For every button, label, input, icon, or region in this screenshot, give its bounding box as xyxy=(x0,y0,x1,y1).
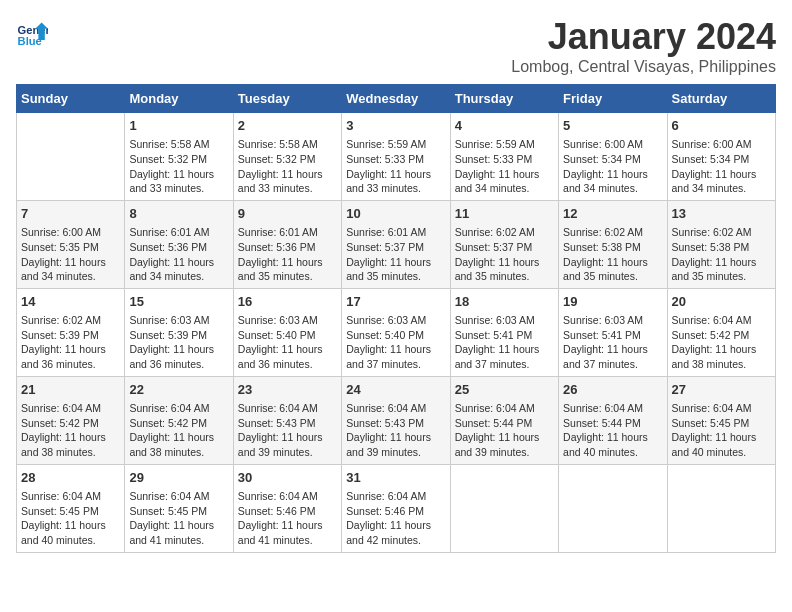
day-number: 18 xyxy=(455,293,554,311)
cell-content: Sunrise: 5:58 AM Sunset: 5:32 PM Dayligh… xyxy=(129,137,228,196)
calendar-title: January 2024 xyxy=(511,16,776,58)
calendar-cell: 30Sunrise: 6:04 AM Sunset: 5:46 PM Dayli… xyxy=(233,464,341,552)
day-number: 22 xyxy=(129,381,228,399)
day-number: 12 xyxy=(563,205,662,223)
title-section: January 2024 Lombog, Central Visayas, Ph… xyxy=(511,16,776,76)
cell-content: Sunrise: 6:04 AM Sunset: 5:42 PM Dayligh… xyxy=(129,401,228,460)
calendar-cell: 20Sunrise: 6:04 AM Sunset: 5:42 PM Dayli… xyxy=(667,288,775,376)
cell-content: Sunrise: 6:02 AM Sunset: 5:39 PM Dayligh… xyxy=(21,313,120,372)
cell-content: Sunrise: 6:03 AM Sunset: 5:39 PM Dayligh… xyxy=(129,313,228,372)
day-number: 27 xyxy=(672,381,771,399)
calendar-cell: 17Sunrise: 6:03 AM Sunset: 5:40 PM Dayli… xyxy=(342,288,450,376)
cell-content: Sunrise: 6:04 AM Sunset: 5:45 PM Dayligh… xyxy=(21,489,120,548)
day-number: 21 xyxy=(21,381,120,399)
col-tuesday: Tuesday xyxy=(233,85,341,113)
svg-text:Blue: Blue xyxy=(18,35,42,47)
calendar-cell: 13Sunrise: 6:02 AM Sunset: 5:38 PM Dayli… xyxy=(667,200,775,288)
cell-content: Sunrise: 5:59 AM Sunset: 5:33 PM Dayligh… xyxy=(455,137,554,196)
calendar-cell: 16Sunrise: 6:03 AM Sunset: 5:40 PM Dayli… xyxy=(233,288,341,376)
cell-content: Sunrise: 6:04 AM Sunset: 5:44 PM Dayligh… xyxy=(455,401,554,460)
cell-content: Sunrise: 6:00 AM Sunset: 5:34 PM Dayligh… xyxy=(672,137,771,196)
cell-content: Sunrise: 5:59 AM Sunset: 5:33 PM Dayligh… xyxy=(346,137,445,196)
cell-content: Sunrise: 6:01 AM Sunset: 5:37 PM Dayligh… xyxy=(346,225,445,284)
day-number: 28 xyxy=(21,469,120,487)
calendar-cell: 19Sunrise: 6:03 AM Sunset: 5:41 PM Dayli… xyxy=(559,288,667,376)
calendar-cell: 25Sunrise: 6:04 AM Sunset: 5:44 PM Dayli… xyxy=(450,376,558,464)
day-number: 5 xyxy=(563,117,662,135)
cell-content: Sunrise: 6:03 AM Sunset: 5:41 PM Dayligh… xyxy=(563,313,662,372)
day-number: 8 xyxy=(129,205,228,223)
day-number: 6 xyxy=(672,117,771,135)
calendar-cell: 23Sunrise: 6:04 AM Sunset: 5:43 PM Dayli… xyxy=(233,376,341,464)
day-number: 14 xyxy=(21,293,120,311)
day-number: 17 xyxy=(346,293,445,311)
day-number: 4 xyxy=(455,117,554,135)
calendar-cell: 3Sunrise: 5:59 AM Sunset: 5:33 PM Daylig… xyxy=(342,113,450,201)
day-number: 1 xyxy=(129,117,228,135)
cell-content: Sunrise: 6:04 AM Sunset: 5:44 PM Dayligh… xyxy=(563,401,662,460)
cell-content: Sunrise: 6:04 AM Sunset: 5:46 PM Dayligh… xyxy=(346,489,445,548)
day-number: 26 xyxy=(563,381,662,399)
calendar-cell: 24Sunrise: 6:04 AM Sunset: 5:43 PM Dayli… xyxy=(342,376,450,464)
col-friday: Friday xyxy=(559,85,667,113)
calendar-cell: 28Sunrise: 6:04 AM Sunset: 5:45 PM Dayli… xyxy=(17,464,125,552)
cell-content: Sunrise: 6:03 AM Sunset: 5:41 PM Dayligh… xyxy=(455,313,554,372)
col-thursday: Thursday xyxy=(450,85,558,113)
calendar-cell: 26Sunrise: 6:04 AM Sunset: 5:44 PM Dayli… xyxy=(559,376,667,464)
calendar-cell: 7Sunrise: 6:00 AM Sunset: 5:35 PM Daylig… xyxy=(17,200,125,288)
col-sunday: Sunday xyxy=(17,85,125,113)
day-number: 9 xyxy=(238,205,337,223)
calendar-subtitle: Lombog, Central Visayas, Philippines xyxy=(511,58,776,76)
logo: General Blue xyxy=(16,16,48,48)
cell-content: Sunrise: 6:00 AM Sunset: 5:34 PM Dayligh… xyxy=(563,137,662,196)
cell-content: Sunrise: 6:04 AM Sunset: 5:42 PM Dayligh… xyxy=(672,313,771,372)
col-monday: Monday xyxy=(125,85,233,113)
header-row: Sunday Monday Tuesday Wednesday Thursday… xyxy=(17,85,776,113)
cell-content: Sunrise: 6:00 AM Sunset: 5:35 PM Dayligh… xyxy=(21,225,120,284)
day-number: 13 xyxy=(672,205,771,223)
calendar-week-5: 28Sunrise: 6:04 AM Sunset: 5:45 PM Dayli… xyxy=(17,464,776,552)
calendar-cell: 10Sunrise: 6:01 AM Sunset: 5:37 PM Dayli… xyxy=(342,200,450,288)
cell-content: Sunrise: 6:01 AM Sunset: 5:36 PM Dayligh… xyxy=(129,225,228,284)
cell-content: Sunrise: 6:04 AM Sunset: 5:46 PM Dayligh… xyxy=(238,489,337,548)
day-number: 2 xyxy=(238,117,337,135)
calendar-cell: 11Sunrise: 6:02 AM Sunset: 5:37 PM Dayli… xyxy=(450,200,558,288)
calendar-table: Sunday Monday Tuesday Wednesday Thursday… xyxy=(16,84,776,553)
calendar-cell: 27Sunrise: 6:04 AM Sunset: 5:45 PM Dayli… xyxy=(667,376,775,464)
day-number: 7 xyxy=(21,205,120,223)
day-number: 25 xyxy=(455,381,554,399)
calendar-cell: 4Sunrise: 5:59 AM Sunset: 5:33 PM Daylig… xyxy=(450,113,558,201)
calendar-week-2: 7Sunrise: 6:00 AM Sunset: 5:35 PM Daylig… xyxy=(17,200,776,288)
calendar-week-3: 14Sunrise: 6:02 AM Sunset: 5:39 PM Dayli… xyxy=(17,288,776,376)
cell-content: Sunrise: 6:02 AM Sunset: 5:38 PM Dayligh… xyxy=(672,225,771,284)
day-number: 31 xyxy=(346,469,445,487)
calendar-cell: 1Sunrise: 5:58 AM Sunset: 5:32 PM Daylig… xyxy=(125,113,233,201)
calendar-week-1: 1Sunrise: 5:58 AM Sunset: 5:32 PM Daylig… xyxy=(17,113,776,201)
calendar-cell: 9Sunrise: 6:01 AM Sunset: 5:36 PM Daylig… xyxy=(233,200,341,288)
cell-content: Sunrise: 6:03 AM Sunset: 5:40 PM Dayligh… xyxy=(346,313,445,372)
calendar-cell: 18Sunrise: 6:03 AM Sunset: 5:41 PM Dayli… xyxy=(450,288,558,376)
calendar-cell: 5Sunrise: 6:00 AM Sunset: 5:34 PM Daylig… xyxy=(559,113,667,201)
header: General Blue January 2024 Lombog, Centra… xyxy=(16,16,776,76)
cell-content: Sunrise: 5:58 AM Sunset: 5:32 PM Dayligh… xyxy=(238,137,337,196)
day-number: 3 xyxy=(346,117,445,135)
calendar-cell: 12Sunrise: 6:02 AM Sunset: 5:38 PM Dayli… xyxy=(559,200,667,288)
calendar-cell: 14Sunrise: 6:02 AM Sunset: 5:39 PM Dayli… xyxy=(17,288,125,376)
calendar-cell xyxy=(559,464,667,552)
calendar-cell xyxy=(667,464,775,552)
cell-content: Sunrise: 6:02 AM Sunset: 5:37 PM Dayligh… xyxy=(455,225,554,284)
day-number: 29 xyxy=(129,469,228,487)
col-saturday: Saturday xyxy=(667,85,775,113)
cell-content: Sunrise: 6:04 AM Sunset: 5:45 PM Dayligh… xyxy=(672,401,771,460)
calendar-cell: 6Sunrise: 6:00 AM Sunset: 5:34 PM Daylig… xyxy=(667,113,775,201)
calendar-cell: 2Sunrise: 5:58 AM Sunset: 5:32 PM Daylig… xyxy=(233,113,341,201)
day-number: 15 xyxy=(129,293,228,311)
cell-content: Sunrise: 6:04 AM Sunset: 5:42 PM Dayligh… xyxy=(21,401,120,460)
col-wednesday: Wednesday xyxy=(342,85,450,113)
cell-content: Sunrise: 6:04 AM Sunset: 5:45 PM Dayligh… xyxy=(129,489,228,548)
calendar-cell xyxy=(450,464,558,552)
day-number: 30 xyxy=(238,469,337,487)
cell-content: Sunrise: 6:04 AM Sunset: 5:43 PM Dayligh… xyxy=(238,401,337,460)
day-number: 19 xyxy=(563,293,662,311)
day-number: 10 xyxy=(346,205,445,223)
